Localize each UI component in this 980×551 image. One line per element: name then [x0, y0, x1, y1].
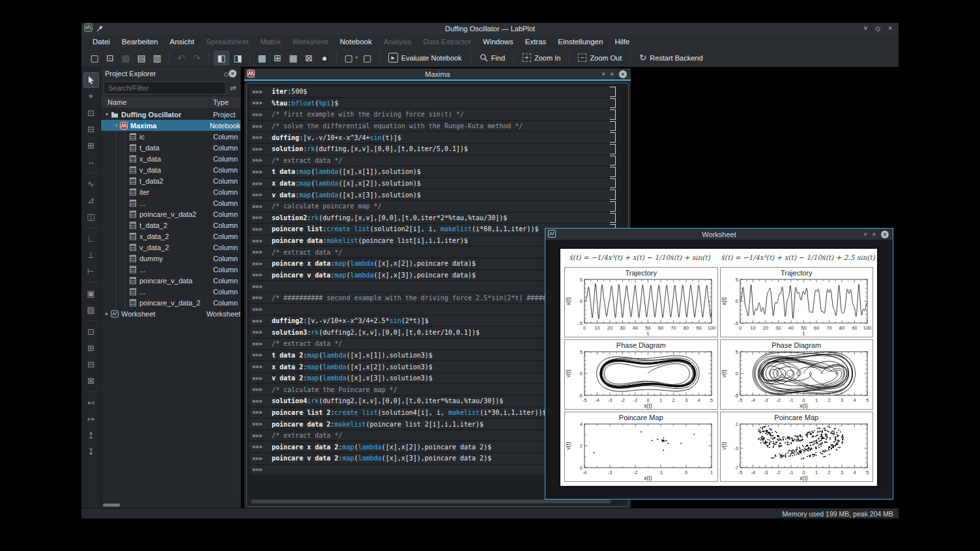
zoom-select-tool-icon[interactable]: ⊡ — [83, 105, 99, 120]
cell-code[interactable]: /* extract data */ — [272, 157, 610, 164]
new-spreadsheet-button[interactable]: ⊞ — [270, 51, 285, 64]
new-matrix-button[interactable]: ▦ — [286, 51, 300, 64]
add-axis-tool-icon[interactable]: ∟ — [83, 231, 99, 246]
worksheet-titlebar[interactable]: Worksheet ˅ ˄ × — [545, 229, 893, 240]
print-preview-button[interactable]: ▥ — [150, 51, 164, 64]
cell-code[interactable]: %tau:bfloat(%pi)$ — [272, 100, 610, 107]
tree-row[interactable]: ▾Duffing OscillatorProject — [101, 109, 240, 120]
new-script-button[interactable]: ▢ — [360, 51, 375, 64]
add-text-label-tool-icon[interactable]: ▣ — [83, 285, 99, 301]
notebook-cell[interactable]: >>>solution2:rk(duffing,[x,v],[0,0],[t,0… — [250, 213, 616, 223]
expander-closed-icon[interactable]: ▸ — [104, 311, 110, 317]
add-boxplot-tool-icon[interactable]: ◫ — [83, 208, 99, 224]
notebook-cell[interactable]: >>>iter:500$ — [250, 87, 616, 97]
notebook-minimize-button[interactable]: ˅ — [601, 71, 605, 78]
zoom-out-button[interactable]: −Zoom Out — [573, 52, 626, 63]
notebook-cell[interactable]: >>>/* first example with the driving for… — [250, 109, 616, 120]
menu-windows[interactable]: Windows — [477, 36, 519, 48]
notebook-cell[interactable]: >>>/* extract data */ — [250, 156, 616, 166]
menu-einstellungen[interactable]: Einstellungen — [552, 36, 609, 48]
new-project-button[interactable]: ▢ — [87, 51, 102, 64]
notebook-cell[interactable]: >>>%tau:bfloat(%pi)$ — [250, 98, 616, 109]
tree-row[interactable]: ...Column — [101, 264, 240, 275]
add-axis-h-tool-icon[interactable]: ⊥ — [83, 247, 99, 262]
color-maps-button[interactable]: ● — [317, 51, 332, 64]
chevron-down-icon[interactable]: ˅ — [355, 55, 358, 61]
close-button[interactable]: × — [888, 23, 892, 35]
find-button[interactable]: Find — [475, 52, 510, 63]
add-histogram-tool-icon[interactable]: ⊿ — [83, 192, 99, 208]
new-datapicker-button[interactable]: ⊠ — [302, 51, 316, 64]
zoom-fit-tool-icon[interactable]: ⊟ — [83, 356, 99, 372]
shift-left-tool-icon[interactable]: ↤ — [83, 395, 99, 410]
tree-row[interactable]: t_data_2Column — [101, 219, 240, 231]
shift-up-tool-icon[interactable]: ↥ — [83, 427, 99, 443]
menu-ansicht[interactable]: Ansicht — [164, 36, 200, 48]
project-explorer-header[interactable]: Project Explorer ◇ × — [101, 67, 240, 80]
zoom-x-select-tool-icon[interactable]: ⊟ — [83, 121, 99, 137]
tree-row[interactable]: t_data2Column — [101, 175, 240, 186]
filter-options-icon[interactable]: ⇌ — [229, 83, 238, 92]
shift-right-tool-icon[interactable]: ↦ — [83, 411, 99, 427]
notebook-cell[interactable]: >>>t_data:map(lambda([x],x[1]),solution)… — [250, 167, 616, 177]
cell-code[interactable]: /* calculate poincare map */ — [272, 203, 610, 210]
menu-bearbeiten[interactable]: Bearbeiten — [116, 36, 164, 48]
toggle-project-explorer-button[interactable]: ◧ — [214, 51, 229, 65]
cell-code[interactable]: solution2:rk(duffing,[x,v],[0,0],[t,0,it… — [272, 214, 610, 221]
expander-open-icon[interactable]: ▾ — [113, 122, 119, 128]
maximize-button[interactable]: ◇ — [875, 23, 880, 35]
cell-code[interactable]: solution:rk(duffing,[x,v],[0,0],[t,0,ite… — [272, 145, 610, 152]
tree-row[interactable]: dummyColumn — [101, 253, 240, 264]
add-plot-tool-icon[interactable]: ∿ — [83, 176, 99, 191]
notebook-restore-button[interactable]: ˄ — [611, 71, 614, 78]
navigate-tool-icon[interactable]: ⌖ — [83, 89, 99, 104]
float-panel-button[interactable]: ◇ — [223, 70, 229, 78]
tree-row[interactable]: v_data_2Column — [101, 242, 240, 253]
menu-hilfe[interactable]: Hilfe — [609, 36, 635, 48]
add-axis-v-tool-icon[interactable]: ⊢ — [83, 263, 99, 279]
print-button[interactable]: ▤ — [134, 51, 149, 64]
cell-code[interactable]: /* solve the differential equation with … — [272, 122, 610, 130]
tree-row[interactable]: x_data_2Column — [101, 231, 240, 242]
expander-open-icon[interactable]: ▾ — [104, 111, 110, 117]
notebook-cell[interactable]: >>>x_data:map(lambda([x],x[2]),solution)… — [250, 178, 616, 189]
tree-row[interactable]: ...Column — [101, 197, 240, 208]
worksheet-minimize-button[interactable]: ˅ — [863, 231, 867, 238]
evaluate-notebook-button[interactable]: ▶Evaluate Notebook — [384, 51, 467, 64]
new-workbook-button[interactable]: ▩ — [255, 51, 269, 64]
notebook-cell[interactable]: >>>solution:rk(duffing,[x,v],[0,0],[t,0,… — [250, 144, 616, 154]
window-titlebar[interactable]: Duffing Oscillator — LabPlot ˅ ◇ × — [81, 23, 899, 35]
cell-code[interactable]: x_data:map(lambda([x],x[2]),solution)$ — [272, 180, 610, 187]
minimize-button[interactable]: ˅ — [864, 23, 868, 35]
zoom-fit-sel-tool-icon[interactable]: ⊠ — [83, 373, 99, 388]
tree-row[interactable]: poincare_v_data_2Column — [101, 297, 240, 308]
close-panel-button[interactable]: × — [229, 70, 237, 78]
cell-code[interactable]: /* first example with the driving force … — [272, 111, 610, 118]
zoom-in-button[interactable]: +Zoom In — [518, 52, 565, 63]
tree-row[interactable]: ...Column — [101, 286, 240, 297]
menu-extras[interactable]: Extras — [519, 36, 553, 48]
menu-datei[interactable]: Datei — [87, 36, 116, 48]
notebook-titlebar[interactable]: Maxima ˅ ˄ × — [244, 68, 631, 79]
zoom-y-select-tool-icon[interactable]: ⊞ — [83, 137, 99, 153]
tree-row[interactable]: poincare_v_dataColumn — [101, 275, 240, 286]
column-header-name[interactable]: Name — [101, 96, 210, 108]
select-tool-icon[interactable] — [83, 72, 99, 88]
notebook-cell[interactable]: >>>v_data:map(lambda([x],x[3]),solution)… — [250, 190, 616, 200]
tree-row[interactable]: v_dataColumn — [101, 164, 240, 175]
zoom-out-tool-icon[interactable]: ⊞ — [83, 340, 99, 356]
toggle-properties-explorer-button[interactable]: ◨ — [231, 51, 245, 64]
tree-row[interactable]: ▾MaximaNotebook — [101, 120, 240, 131]
tree-row[interactable]: x_dataColumn — [101, 153, 240, 164]
add-image-tool-icon[interactable]: ▨ — [83, 302, 99, 317]
tree-row[interactable]: icColumn — [101, 131, 240, 142]
tree-row[interactable]: t_dataColumn — [101, 142, 240, 153]
cell-code[interactable]: duffing:[v,-v/10+x-x^3/4+sin(t)]$ — [272, 134, 610, 141]
worksheet-close-button[interactable]: × — [881, 231, 889, 238]
new-notebook-button[interactable]: ▢ — [341, 51, 356, 64]
notebook-close-button[interactable]: × — [619, 70, 627, 78]
notebook-cell[interactable]: >>>duffing:[v,-v/10+x-x^3/4+sin(t)]$ — [250, 132, 616, 143]
notebook-cell[interactable]: >>>/* solve the differential equation wi… — [250, 121, 616, 132]
notebook-hscrollbar[interactable] — [250, 499, 616, 504]
cell-code[interactable]: t_data:map(lambda([x],x[1]),solution)$ — [272, 168, 610, 175]
